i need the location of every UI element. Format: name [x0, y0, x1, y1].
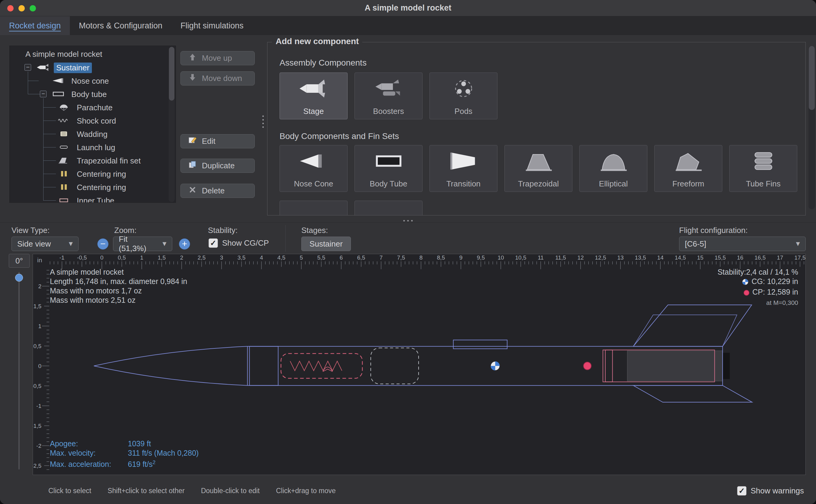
- edit-button[interactable]: Edit: [180, 134, 255, 148]
- view-type-select[interactable]: Side view▼: [11, 237, 79, 251]
- add-panel-scrollbar-thumb[interactable]: [809, 46, 815, 110]
- tree-item-label[interactable]: Centering ring: [74, 182, 128, 193]
- tree-item-body-tube[interactable]: −Body tube: [10, 87, 176, 101]
- svg-text:7: 7: [380, 254, 383, 261]
- flight-data-row: Apogee:1039 ft: [50, 439, 199, 448]
- chevron-down-icon: ▼: [161, 240, 168, 248]
- tree-item-nose-cone[interactable]: Nose cone: [10, 74, 176, 87]
- tab-motors-configuration[interactable]: Motors & Configuration: [70, 16, 171, 35]
- stage-toggle-sustainer[interactable]: Sustainer: [301, 237, 351, 251]
- minimize-window-button[interactable]: [18, 5, 25, 11]
- tree-item-parachute[interactable]: Parachute: [10, 101, 176, 114]
- add-tube-fins-button[interactable]: Tube Fins: [729, 145, 797, 192]
- flight-configuration-value: [C6-5]: [685, 239, 706, 249]
- tree-item-sustainer[interactable]: −Sustainer: [10, 61, 176, 74]
- close-window-button[interactable]: [7, 5, 14, 11]
- zoom-select[interactable]: Fit (51,3%)▼: [113, 237, 172, 251]
- statusbar: Click to selectShift+click to select oth…: [0, 477, 816, 504]
- chevron-down-icon: ▼: [67, 240, 74, 248]
- component-tree-panel: A simple model rocket−SustainerNose cone…: [9, 46, 176, 203]
- add-panel-scrollbar[interactable]: [808, 46, 815, 209]
- add-component-button-clipped[interactable]: [280, 201, 348, 215]
- svg-text:4,5: 4,5: [277, 254, 285, 261]
- svg-text:1: 1: [38, 323, 41, 329]
- tree-item-label[interactable]: Centering ring: [74, 169, 128, 179]
- add-pods-button[interactable]: Pods: [429, 73, 497, 119]
- add-nose-cone-button[interactable]: Nose Cone: [280, 145, 348, 192]
- tree-item-label[interactable]: Parachute: [74, 102, 115, 113]
- arrow-down-icon: [188, 73, 197, 84]
- svg-text:8,5: 8,5: [437, 254, 445, 261]
- rotation-angle: 0°: [9, 254, 30, 268]
- tree-item-label[interactable]: Body tube: [69, 89, 109, 100]
- edit-icon: [188, 136, 197, 147]
- tree-root-item[interactable]: A simple model rocket: [23, 49, 105, 60]
- add-body-tube-button[interactable]: Body Tube: [355, 145, 423, 192]
- flight-data-block: Apogee:1039 ftMax. velocity:311 ft/s (Ma…: [50, 439, 199, 469]
- rotation-slider-knob[interactable]: [15, 274, 23, 282]
- tree-item-label[interactable]: Inner Tube: [74, 195, 117, 203]
- svg-text:4: 4: [260, 254, 263, 261]
- titlebar: A simple model rocket: [0, 0, 816, 16]
- zoom-out-button[interactable]: −: [97, 238, 108, 250]
- zoom-in-button[interactable]: +: [179, 238, 190, 250]
- tab-rocket-design[interactable]: Rocket design: [0, 16, 70, 35]
- add-transition-button[interactable]: Transition: [429, 145, 497, 192]
- svg-text:15: 15: [697, 254, 703, 261]
- tree-collapse-handle[interactable]: −: [40, 91, 47, 97]
- tab-flight-simulations[interactable]: Flight simulations: [171, 16, 253, 35]
- tree-item-wadding[interactable]: Wadding: [10, 127, 176, 141]
- tree-item-label[interactable]: Sustainer: [54, 63, 92, 73]
- tree-item-shock-cord[interactable]: Shock cord: [10, 114, 176, 127]
- svg-text:-2: -2: [36, 443, 41, 449]
- zoom-window-button[interactable]: [30, 5, 36, 11]
- split-handle-horizontal[interactable]: [403, 220, 413, 221]
- add-boosters-button[interactable]: Boosters: [355, 73, 423, 119]
- add-component-button-clipped[interactable]: [355, 201, 423, 215]
- tree-item-inner-tube[interactable]: Inner Tube: [10, 194, 176, 203]
- tree-item-centering-ring[interactable]: Centering ring: [10, 167, 176, 180]
- svg-text:-0,5: -0,5: [77, 254, 87, 261]
- tree-collapse-handle[interactable]: −: [24, 64, 31, 71]
- svg-text:3,5: 3,5: [238, 254, 245, 261]
- tree-item-centering-ring[interactable]: Centering ring: [10, 180, 176, 194]
- cg-icon: [742, 278, 749, 287]
- trapezoidal-icon: [523, 145, 554, 177]
- add-elliptical-button[interactable]: Elliptical: [579, 145, 647, 192]
- move-up-button[interactable]: Move up: [180, 51, 255, 65]
- add-trapezoidal-button[interactable]: Trapezoidal: [504, 145, 572, 192]
- rotation-slider[interactable]: [18, 272, 20, 470]
- delete-button[interactable]: Delete: [180, 184, 255, 198]
- split-handle-vertical[interactable]: [262, 115, 264, 128]
- svg-text:16: 16: [737, 254, 743, 261]
- show-warnings-checkbox[interactable]: ✓: [737, 486, 746, 496]
- tree-item-label[interactable]: Launch lug: [74, 142, 118, 153]
- tree-item-label[interactable]: Wadding: [74, 129, 110, 140]
- rocket-info-line: Length 16,748 in, max. diameter 0,984 in: [50, 277, 187, 286]
- tree-item-label[interactable]: Trapezoidal fin set: [74, 156, 143, 166]
- tree-item-launch-lug[interactable]: Launch lug: [10, 141, 176, 154]
- tree-item-label[interactable]: Shock cord: [74, 116, 118, 126]
- pods-icon: [448, 73, 479, 104]
- section-label: Assembly Components: [280, 58, 367, 68]
- launchlug-icon: [57, 143, 70, 151]
- bodytube-icon: [374, 145, 404, 177]
- add-stage-button[interactable]: Stage: [280, 73, 348, 119]
- rocket-info-line: A simple model rocket: [50, 267, 187, 277]
- add-freeform-button[interactable]: Freeform: [654, 145, 722, 192]
- rocket-canvas[interactable]: -1-0,500,511,522,533,544,555,566,577,588…: [33, 254, 806, 475]
- tree-item-trapezoidal-fin-set[interactable]: Trapezoidal fin set: [10, 154, 176, 167]
- svg-text:3: 3: [220, 254, 223, 261]
- duplicate-button[interactable]: Duplicate: [180, 159, 255, 173]
- flight-configuration-select[interactable]: [C6-5]▼: [679, 237, 806, 251]
- show-cg-cp-checkbox[interactable]: ✓: [209, 238, 218, 248]
- svg-text:-0,5: -0,5: [33, 383, 41, 389]
- tree-item-label[interactable]: Nose cone: [69, 76, 111, 86]
- window-title: A simple model rocket: [0, 0, 816, 16]
- stability-block: Stability:2,4 cal / 14,1 % CG: 10,229 in…: [717, 267, 798, 307]
- svg-text:10: 10: [497, 254, 504, 261]
- svg-text:2,5: 2,5: [198, 254, 206, 261]
- show-cg-cp-row: ✓ Show CG/CP: [209, 238, 269, 248]
- move-down-button[interactable]: Move down: [180, 71, 255, 86]
- zoom-label: Zoom:: [114, 226, 137, 235]
